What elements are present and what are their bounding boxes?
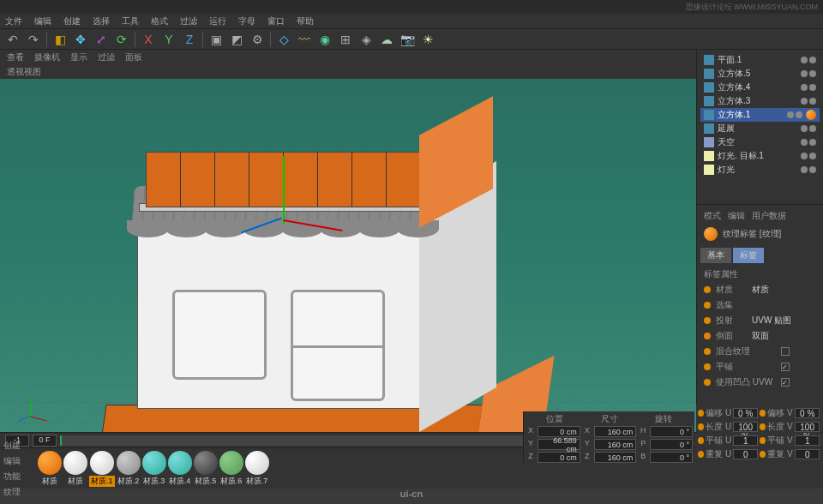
add-nurbs-icon[interactable]: ◉: [315, 30, 334, 49]
coord-size[interactable]: 160 cm: [594, 426, 637, 437]
attr-check-label: 混合纹理: [716, 345, 776, 357]
object-manager[interactable]: 平面.1立方体.5立方体.4立方体.3立方体.1延展天空灯光. 目标.1灯光: [697, 50, 823, 204]
add-light-icon[interactable]: ☀: [418, 30, 437, 49]
object-row[interactable]: 立方体.5: [700, 67, 820, 81]
material-tag-icon[interactable]: [806, 110, 816, 120]
material-item[interactable]: 材质.4: [168, 451, 192, 487]
render-settings-icon[interactable]: ⚙: [248, 30, 267, 49]
num-value[interactable]: 100 %: [795, 422, 820, 432]
vp-menu-面板[interactable]: 面板: [125, 51, 142, 63]
rotate-tool-icon[interactable]: ⟳: [112, 30, 131, 49]
add-cube-icon[interactable]: ◇: [274, 30, 293, 49]
material-item[interactable]: 材质: [63, 451, 87, 487]
num-value[interactable]: 0: [795, 449, 820, 459]
add-camera-icon[interactable]: 📷: [398, 30, 417, 49]
attr-value[interactable]: UVW 贴图: [752, 315, 816, 327]
object-row[interactable]: 灯光: [700, 163, 820, 177]
material-item[interactable]: 材质.5: [194, 451, 218, 487]
vp-menu-过滤[interactable]: 过滤: [98, 51, 115, 63]
undo-icon[interactable]: ↶: [3, 30, 22, 49]
axis-x-icon[interactable]: X: [139, 30, 158, 49]
material-tab[interactable]: 功能: [0, 469, 34, 484]
num-label: 长度 V: [767, 421, 793, 433]
watermark: 思缘设计论坛 WWW.MISSYUAN.COM: [686, 2, 819, 13]
material-tab[interactable]: 编辑: [0, 453, 34, 469]
material-item[interactable]: 材质: [38, 451, 62, 487]
menu-窗口[interactable]: 窗口: [267, 15, 285, 27]
vp-menu-查看[interactable]: 查看: [7, 51, 24, 63]
attr-head-item[interactable]: 用户数据: [752, 210, 786, 222]
timeline-track[interactable]: [60, 435, 524, 446]
add-spline-icon[interactable]: 〰: [295, 30, 314, 49]
coord-size[interactable]: 160 cm: [594, 452, 637, 463]
attr-value[interactable]: 双面: [752, 330, 816, 342]
num-label: 偏移 V: [767, 407, 793, 419]
redo-icon[interactable]: ↷: [24, 30, 43, 49]
checkbox[interactable]: [781, 347, 790, 356]
material-item[interactable]: 材质.1: [89, 451, 115, 487]
3d-viewport[interactable]: 网格间距 : 100 cm: [0, 79, 696, 432]
menu-工具[interactable]: 工具: [122, 15, 139, 27]
object-row[interactable]: 平面.1: [700, 53, 820, 67]
coord-pos[interactable]: 66.589 cm: [538, 439, 580, 450]
attr-tab[interactable]: 基本: [700, 248, 731, 263]
material-item[interactable]: 材质.7: [245, 451, 269, 487]
coord-rot[interactable]: 0 °: [650, 426, 693, 437]
menu-文件[interactable]: 文件: [5, 15, 22, 27]
material-item[interactable]: 材质.3: [142, 451, 166, 487]
object-row[interactable]: 立方体.4: [700, 81, 820, 94]
attr-head-item[interactable]: 编辑: [728, 210, 745, 222]
attr-value[interactable]: 材质: [752, 284, 816, 296]
scale-tool-icon[interactable]: ⤢: [92, 30, 111, 49]
light-icon: [704, 151, 714, 161]
material-label: 材质: [42, 476, 57, 487]
attr-head-item[interactable]: 模式: [704, 210, 721, 222]
object-row[interactable]: 灯光. 目标.1: [700, 149, 820, 163]
menu-字母[interactable]: 字母: [238, 15, 255, 27]
num-value[interactable]: 100 %: [733, 422, 758, 432]
add-environment-icon[interactable]: ☁: [377, 30, 396, 49]
num-value[interactable]: 0: [733, 449, 758, 459]
object-row[interactable]: 立方体.1: [700, 108, 820, 122]
menu-选择[interactable]: 选择: [93, 15, 110, 27]
vp-menu-显示[interactable]: 显示: [70, 51, 87, 63]
viewport-tab-label[interactable]: 透视视图: [7, 66, 41, 78]
coord-size[interactable]: 160 cm: [594, 439, 637, 450]
vp-menu-摄像机[interactable]: 摄像机: [34, 51, 60, 63]
object-row[interactable]: 天空: [700, 135, 820, 149]
object-row[interactable]: 立方体.3: [700, 94, 820, 108]
add-deformer-icon[interactable]: ◈: [357, 30, 375, 49]
coord-rot[interactable]: 0 °: [650, 439, 693, 450]
num-value[interactable]: 1: [795, 435, 820, 446]
num-value[interactable]: 0 %: [795, 408, 820, 418]
menu-格式[interactable]: 格式: [151, 15, 168, 27]
menu-运行[interactable]: 运行: [209, 15, 226, 27]
material-tab[interactable]: 纹理: [0, 484, 34, 500]
material-preview-icon: [704, 227, 718, 241]
material-tab[interactable]: 创建: [0, 438, 34, 453]
menu-帮助[interactable]: 帮助: [297, 15, 314, 27]
select-live-icon[interactable]: ◧: [51, 30, 69, 49]
transform-gizmo[interactable]: [257, 190, 309, 242]
coord-rot[interactable]: 0 °: [650, 452, 693, 463]
attr-label: 倒面: [716, 330, 747, 342]
render-icon[interactable]: ▣: [207, 30, 225, 49]
material-item[interactable]: 材质.2: [117, 451, 141, 487]
object-row[interactable]: 延展: [700, 122, 820, 135]
timeline-current-left[interactable]: 0 F: [33, 435, 57, 447]
menu-过滤[interactable]: 过滤: [180, 15, 197, 27]
menu-编辑[interactable]: 编辑: [34, 15, 51, 27]
render-region-icon[interactable]: ◩: [227, 30, 246, 49]
axis-y-icon[interactable]: Y: [159, 30, 178, 49]
num-value[interactable]: 0 %: [733, 408, 758, 418]
axis-z-icon[interactable]: Z: [180, 30, 199, 49]
attr-tab[interactable]: 标签: [733, 248, 764, 263]
checkbox[interactable]: [781, 378, 790, 387]
move-tool-icon[interactable]: ✥: [71, 30, 90, 49]
material-item[interactable]: 材质.6: [219, 451, 243, 487]
checkbox[interactable]: [781, 363, 790, 371]
add-array-icon[interactable]: ⊞: [336, 30, 355, 49]
coord-pos[interactable]: 0 cm: [538, 452, 580, 463]
menu-创建[interactable]: 创建: [63, 15, 81, 27]
num-value[interactable]: 1: [733, 435, 758, 446]
